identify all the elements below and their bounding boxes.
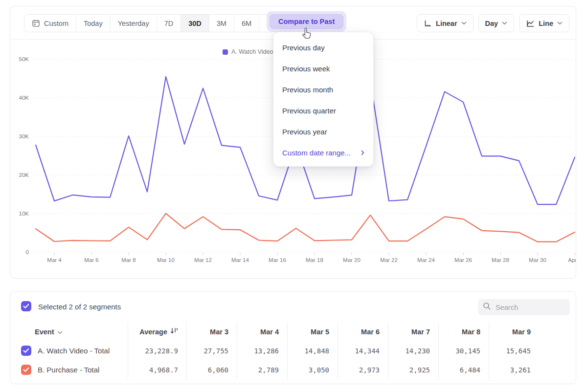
value-cell: 14,344	[338, 341, 388, 360]
menu-item-custom-date-range[interactable]: Custom date range...	[273, 142, 373, 163]
value-cell: 4,968.7	[128, 360, 186, 379]
x-axis-label: Mar 14	[231, 257, 249, 263]
check-icon	[23, 304, 29, 309]
y-axis-label: 30K	[19, 133, 29, 139]
select-all-checkbox[interactable]	[21, 301, 31, 311]
value-cell: 14,230	[388, 341, 438, 360]
menu-item-previous-year[interactable]: Previous year	[273, 121, 373, 142]
series-line-b-purchase-total[interactable]	[36, 214, 575, 242]
table-row-a-watch-video-total: A. Watch Video - Total23,228.927,75513,2…	[10, 341, 576, 360]
selected-segments-label: Selected 2 of 2 segments	[38, 303, 121, 311]
chevron-down-icon	[57, 328, 63, 336]
legend-swatch	[223, 49, 228, 55]
segment-checkbox[interactable]	[21, 365, 31, 375]
value-cell: 6,484	[438, 360, 489, 379]
column-header-event[interactable]: Event	[10, 322, 128, 341]
table-row-b-purchase-total: B. Purchase - Total4,968.76,0602,7893,05…	[10, 360, 576, 379]
table-header-row: EventAverageMar 3Mar 4Mar 5Mar 6Mar 7Mar…	[10, 322, 576, 341]
x-axis-label: Mar 6	[84, 257, 98, 263]
value-cell: 13,286	[237, 341, 287, 360]
y-axis-label: 50K	[19, 56, 29, 62]
segment-name: A. Watch Video - Total	[38, 347, 110, 355]
menu-item-previous-day[interactable]: Previous day	[273, 37, 373, 58]
sort-descending-icon	[170, 327, 178, 336]
x-axis-label: Apr 1	[568, 257, 576, 263]
value-cell: 15,645	[489, 341, 539, 360]
search-icon	[483, 302, 491, 312]
x-axis-label: Mar 20	[343, 257, 361, 263]
chart-card: CustomTodayYesterday7D30D3M6M12M Compare…	[10, 6, 576, 279]
menu-item-previous-quarter[interactable]: Previous quarter	[273, 100, 373, 121]
column-header-mar-6: Mar 6	[338, 322, 388, 341]
segments-card: Selected 2 of 2 segments EventAverageMar…	[10, 291, 576, 384]
value-cell: 27,755	[186, 341, 237, 360]
value-cell: 6,060	[186, 360, 237, 379]
compare-to-past-menu: Previous dayPrevious weekPrevious monthP…	[273, 32, 374, 167]
check-icon	[23, 348, 29, 353]
x-axis-label: Mar 22	[380, 257, 398, 263]
custom-date-range-label: Custom date range...	[282, 149, 351, 157]
segments-header: Selected 2 of 2 segments	[10, 292, 576, 320]
check-icon	[23, 367, 29, 372]
value-cell: 14,848	[287, 341, 338, 360]
x-axis-label: Mar 16	[269, 257, 286, 263]
segment-checkbox[interactable]	[21, 346, 31, 356]
x-axis-label: Mar 10	[157, 257, 175, 263]
column-header-mar-4: Mar 4	[237, 322, 287, 341]
segment-name: B. Purchase - Total	[38, 366, 99, 374]
chevron-right-icon	[361, 149, 364, 157]
x-axis-label: Mar 12	[194, 257, 212, 263]
search-input[interactable]	[496, 304, 559, 311]
y-axis-label: 0	[26, 249, 29, 255]
y-axis-label: 20K	[19, 172, 29, 178]
value-cell: 3,261	[489, 360, 539, 379]
x-axis-label: Mar 28	[492, 257, 509, 263]
y-axis-label: 10K	[19, 211, 29, 217]
value-cell: 3,050	[287, 360, 338, 379]
x-axis-label: Mar 18	[306, 257, 323, 263]
value-cell: 2,925	[388, 360, 438, 379]
event-cell: B. Purchase - Total	[10, 360, 128, 379]
event-cell: A. Watch Video - Total	[10, 341, 128, 360]
y-axis-label: 40K	[19, 95, 29, 101]
segments-table: EventAverageMar 3Mar 4Mar 5Mar 6Mar 7Mar…	[10, 322, 576, 379]
value-cell: 2,973	[338, 360, 388, 379]
value-cell: 30,145	[438, 341, 489, 360]
x-axis-label: Mar 4	[47, 257, 62, 263]
column-header-mar-9: Mar 9	[489, 322, 539, 341]
x-axis-label: Mar 30	[529, 257, 546, 263]
x-axis-label: Mar 26	[454, 257, 472, 263]
search-box[interactable]	[478, 299, 570, 315]
column-header-mar-3: Mar 3	[186, 322, 237, 341]
x-axis-label: Mar 8	[121, 257, 135, 263]
column-header-mar-8: Mar 8	[438, 322, 489, 341]
column-header-average[interactable]: Average	[128, 322, 186, 341]
value-cell: 23,228.9	[128, 341, 186, 360]
column-header-mar-7: Mar 7	[388, 322, 438, 341]
menu-item-previous-week[interactable]: Previous week	[273, 58, 373, 79]
menu-item-previous-month[interactable]: Previous month	[273, 79, 373, 100]
value-cell: 2,789	[237, 360, 287, 379]
x-axis-label: Mar 24	[417, 257, 435, 263]
column-header-mar-5: Mar 5	[287, 322, 338, 341]
